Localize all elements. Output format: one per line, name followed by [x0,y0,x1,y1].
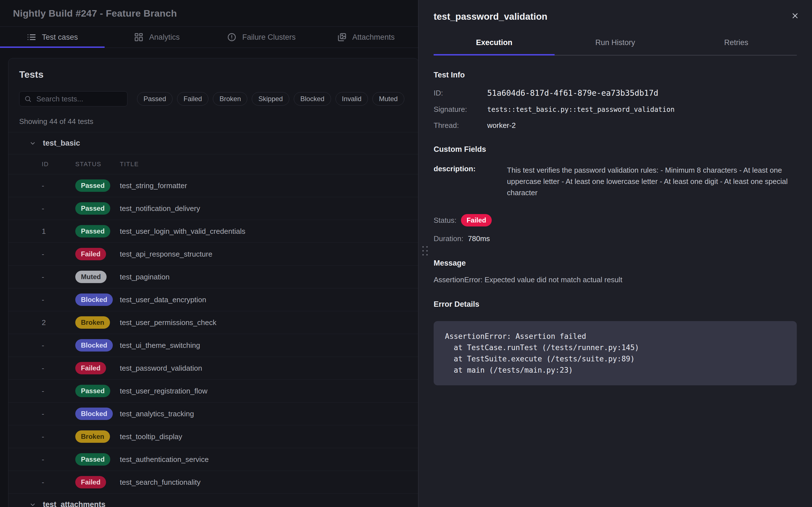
group-header-test-basic[interactable]: test_basic [8,132,418,154]
test-id: - [42,250,75,259]
detail-tab-execution[interactable]: Execution [434,38,555,55]
test-id: - [42,409,75,418]
status-badge: Passed [75,179,110,192]
group-name: test_basic [43,139,80,148]
test-row[interactable]: 1Passedtest_user_login_with_valid_creden… [8,220,418,242]
test-row[interactable]: -Passedtest_authentication_service [8,448,418,471]
filter-chip-broken[interactable]: Broken [213,92,247,106]
test-row[interactable]: -Mutedtest_pagination [8,265,418,288]
info-value: tests::test_basic.py::test_password_vali… [487,106,797,114]
group-header-test-attachments[interactable]: test_attachments [8,494,418,507]
error-details-block: AssertionError: Assertion failed at Test… [434,321,797,385]
test-row[interactable]: -Failedtest_api_response_structure [8,242,418,265]
filter-chip-failed[interactable]: Failed [177,92,208,106]
info-value: worker-2 [487,121,797,130]
test-row[interactable]: -Passedtest_notification_delivery [8,197,418,220]
group-name: test_attachments [43,500,105,507]
test-id: 1 [42,227,75,236]
info-label: Signature: [434,105,487,114]
tab-label: Analytics [149,33,180,42]
test-title: test_string_formatter [120,181,418,190]
tests-title: Tests [19,69,408,80]
search-input[interactable] [19,91,128,107]
detail-tab-run-history[interactable]: Run History [555,38,675,55]
test-id: - [42,204,75,213]
close-button[interactable] [789,10,801,22]
status-row: Status: Failed [434,214,797,226]
test-status-cell: Passed [75,225,120,237]
status-badge: Passed [75,453,110,466]
test-title: test_ui_theme_switching [120,341,418,350]
duration-value: 780ms [468,234,490,243]
status-badge: Broken [75,316,110,329]
test-run-view: Nightly Build #247 - Feature Branch Test… [0,0,418,507]
test-id: - [42,387,75,395]
tab-label: Test cases [42,33,78,42]
test-groups: test_basicIDSTATUSTITLE-Passedtest_strin… [8,132,418,507]
chevron-down-icon [29,140,36,147]
message-text: AssertionError: Expected value did not m… [434,276,797,284]
tab-label: Attachments [352,33,395,42]
test-title: test_user_data_encryption [120,295,418,304]
test-row[interactable]: -Passedtest_user_registration_flow [8,379,418,402]
filter-chip-invalid[interactable]: Invalid [336,92,368,106]
test-row[interactable]: -Failedtest_password_validation [8,356,418,379]
search-box[interactable] [19,91,128,107]
search-icon [24,95,32,103]
tab-analytics[interactable]: Analytics [105,27,209,48]
alert-circle-icon [227,33,237,42]
filter-chip-blocked[interactable]: Blocked [294,92,331,106]
detail-body: Test Info ID:51a604d6-817d-4f61-879e-ea7… [418,71,812,385]
status-badge: Blocked [75,339,113,351]
test-row[interactable]: -Blockedtest_user_data_encryption [8,288,418,311]
message-heading: Message [434,259,797,268]
test-row[interactable]: -Brokentest_tooltip_display [8,425,418,448]
test-info-grid: ID:51a604d6-817d-4f61-879e-ea73b35db17dS… [434,89,797,130]
tests-controls: PassedFailedBrokenSkippedBlockedInvalidM… [19,91,408,107]
status-badge: Failed [75,476,106,489]
results-count: Showing 44 of 44 tests [19,117,408,126]
test-status-cell: Passed [75,385,120,397]
duration-label: Duration: [434,234,463,243]
status-badge: Blocked [75,407,113,420]
detail-tab-retries[interactable]: Retries [676,38,797,55]
test-title: test_search_functionality [120,478,418,487]
test-row[interactable]: -Blockedtest_analytics_tracking [8,402,418,425]
filter-chip-skipped[interactable]: Skipped [252,92,289,106]
tab-test-cases[interactable]: Test cases [0,27,105,48]
test-status-cell: Passed [75,179,120,192]
test-id: - [42,432,75,441]
info-label: ID: [434,89,487,98]
test-detail-panel: test_password_validation ExecutionRun Hi… [418,0,812,507]
test-row[interactable]: 2Brokentest_user_permissions_check [8,311,418,334]
test-row[interactable]: -Blockedtest_ui_theme_switching [8,334,418,356]
table-header-row: IDSTATUSTITLE [8,154,418,174]
test-row[interactable]: -Failedtest_search_functionality [8,471,418,494]
filter-chip-muted[interactable]: Muted [372,92,404,106]
chevron-down-icon [29,501,36,507]
test-title: test_authentication_service [120,455,418,464]
duration-row: Duration: 780ms [434,234,797,243]
test-row[interactable]: -Passedtest_string_formatter [8,174,418,197]
test-info-heading: Test Info [434,71,797,79]
custom-field-label: description: [434,165,507,198]
test-status-cell: Muted [75,271,120,283]
tests-card-head: Tests PassedFailedBrokenSkippedBlockedIn… [8,69,418,126]
test-status-cell: Passed [75,453,120,466]
grid-icon [134,33,144,42]
test-id: - [42,478,75,487]
main-tab-bar: Test casesAnalyticsFailure ClustersAttac… [0,27,418,48]
test-status-cell: Blocked [75,339,120,351]
tab-attachments[interactable]: Attachments [313,27,418,48]
test-id: - [42,181,75,190]
filter-chip-passed[interactable]: Passed [137,92,172,106]
panel-resize-handle[interactable] [422,246,428,256]
detail-tab-bar: ExecutionRun HistoryRetries [434,38,797,55]
tab-failure-clusters[interactable]: Failure Clusters [209,27,314,48]
error-details-heading: Error Details [434,300,797,309]
custom-fields-grid: description:This test verifies the passw… [434,165,797,198]
test-title: test_user_permissions_check [120,318,418,327]
test-status-cell: Failed [75,248,120,260]
test-id: - [42,455,75,464]
info-label: Thread: [434,121,487,130]
